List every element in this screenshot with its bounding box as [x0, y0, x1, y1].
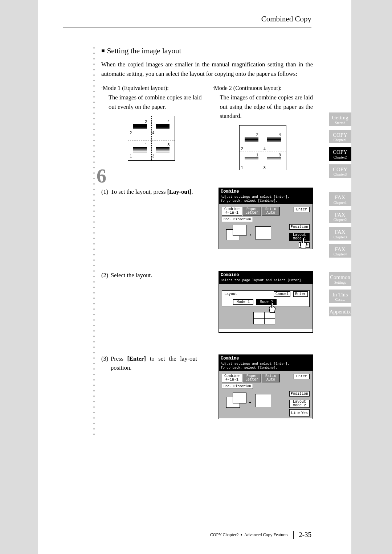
pointer-hand-icon [299, 237, 308, 250]
section-paragraph: When the copied images are smaller in th… [101, 60, 313, 78]
step-2: (2)Select the layout. Combine Select the… [101, 271, 313, 344]
screen-2-subtitle: Select the page layout and select [Enter… [219, 279, 313, 284]
step-3-num: (3) [101, 354, 111, 364]
mode-1-button[interactable]: Mode 1 [233, 299, 253, 305]
side-tab[interactable]: FAXChapter2 [329, 210, 351, 223]
screen-3: Combine Adjust settings and select [Ente… [219, 354, 313, 419]
ratio-button[interactable]: RatioAuto [262, 374, 280, 382]
page: Combined Copy 6 ■Setting the image layou… [38, 0, 351, 554]
side-tab[interactable]: Appendix [329, 307, 351, 316]
mode2-diagram: 2 4 2 4 1 3 1 3 [213, 125, 313, 170]
page-number: 2-35 [299, 531, 311, 539]
square-bullet-icon: ■ [101, 48, 105, 54]
mode1-diagram: 2 4 2 4 1 3 1 3 [101, 116, 202, 161]
footer-separator [293, 531, 294, 539]
section-heading: ■Setting the image layout [101, 46, 313, 56]
enter-button[interactable]: Enter [294, 207, 310, 212]
footer-chapter: COPY Chapter2 [210, 532, 239, 538]
position-button[interactable]: Position [289, 224, 310, 230]
side-tab[interactable]: COPYChapter2 [329, 147, 351, 161]
step-1: (1)To set the layout, press [Lay-out]. C… [101, 188, 313, 260]
mode2-column: ·Mode 2 (Continuous layout): The images … [213, 85, 313, 170]
screen-3-title: Combine [219, 355, 313, 362]
position-button[interactable]: Position [289, 391, 310, 397]
layout-label: Layout [224, 292, 237, 296]
step-3-text: (3)Press [Enter] to set the lay-out posi… [101, 354, 197, 373]
ratio-button[interactable]: RatioAuto [262, 207, 280, 216]
screen-1-subtitle: Adjust settings and select [Enter]. To g… [219, 195, 313, 204]
enter-button[interactable]: Enter [294, 374, 310, 379]
side-tab[interactable]: FAXChapter1 [329, 192, 351, 206]
cancel-button[interactable]: Cancel [274, 291, 290, 297]
footer: COPY Chapter2 ● Advanced Copy Features 2… [210, 531, 311, 539]
doc-direction-button[interactable]: Doc. Direction [222, 217, 253, 222]
step-1-text: (1)To set the layout, press [Lay-out]. [101, 188, 197, 197]
side-tab[interactable]: FAXChapter3 [329, 227, 351, 241]
mode1-title: ·Mode 1 (Equivalent layout): [101, 85, 202, 91]
screen-2: Combine Select the page layout and selec… [219, 271, 313, 333]
side-tab[interactable]: COPYChapter1 [329, 130, 351, 144]
side-tab[interactable]: COPYChapter3 [329, 164, 351, 178]
mode1-desc: The images of combine copies are laid ou… [109, 93, 202, 111]
paper-button[interactable]: PaperLetter [243, 374, 261, 382]
header-rule [63, 28, 311, 28]
side-tab[interactable]: In ThisCase... [329, 290, 351, 303]
content-area: ■Setting the image layout When the copie… [101, 46, 313, 427]
footer-section: Advanced Copy Features [244, 532, 288, 538]
screen-2-title: Combine [219, 271, 313, 279]
side-tab[interactable]: FAXChapter4 [329, 244, 351, 258]
header-title: Combined Copy [261, 15, 311, 24]
line-button[interactable]: LineYes [289, 409, 310, 416]
combine-4in1-button[interactable]: Combine4-in-1 [222, 207, 242, 216]
dotted-sidebar [93, 47, 95, 439]
doc-direction-button[interactable]: Doc. Direction [222, 384, 253, 389]
step-3: (3)Press [Enter] to set the lay-out posi… [101, 354, 313, 427]
side-tab[interactable]: GettingStarted [329, 112, 351, 126]
step-2-num: (2) [101, 271, 111, 280]
pointer-hand-icon [268, 302, 277, 314]
screen-1: Combine Adjust settings and select [Ente… [219, 188, 313, 249]
modes-row: ·Mode 1 (Equivalent layout): The images … [101, 85, 313, 170]
enter-button[interactable]: Enter [293, 291, 308, 297]
layout-button[interactable]: LayoutMode 2 [289, 400, 310, 408]
side-tabs: GettingStartedCOPYChapter1COPYChapter2CO… [329, 112, 351, 316]
step-2-text: (2)Select the layout. [101, 271, 197, 280]
footer-bullet-icon: ● [240, 533, 242, 537]
step-1-num: (1) [101, 188, 111, 197]
combine-4in1-button[interactable]: Combine4-in-1 [222, 374, 242, 382]
section-heading-text: Setting the image layout [107, 46, 181, 55]
mode1-column: ·Mode 1 (Equivalent layout): The images … [101, 85, 202, 170]
screen-3-subtitle: Adjust settings and select [Enter]. To g… [219, 362, 313, 371]
side-tab[interactable]: CommonSettings [329, 272, 351, 286]
mode2-title: ·Mode 2 (Continuous layout): [213, 85, 313, 91]
paper-button[interactable]: PaperLetter [243, 207, 261, 216]
mode2-desc: The images of combine copies are laid ou… [220, 93, 313, 121]
screen-1-title: Combine [219, 188, 313, 195]
